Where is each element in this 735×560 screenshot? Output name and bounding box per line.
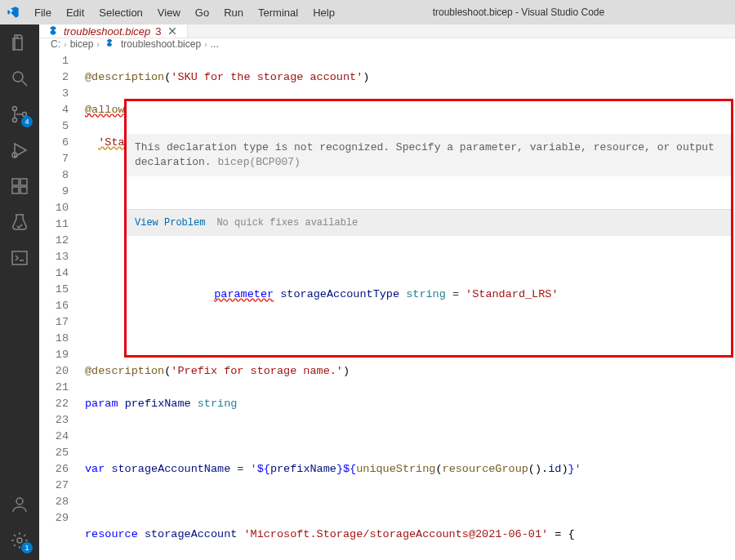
- terminal-panel-icon[interactable]: [8, 247, 31, 269]
- settings-badge: 1: [21, 542, 33, 553]
- editor-area: troubleshoot.bicep 3 C: › bicep › troubl…: [39, 24, 735, 560]
- chevron-right-icon: ›: [96, 39, 100, 49]
- problem-code-line: parameter storageAccountType string = 'S…: [127, 269, 731, 322]
- window-title: troubleshoot.bicep - Visual Studio Code: [309, 7, 728, 18]
- accounts-icon[interactable]: [8, 493, 31, 516]
- menu-selection[interactable]: Selection: [92, 4, 149, 21]
- editor-tabs: troubleshoot.bicep 3: [39, 24, 735, 38]
- close-tab-icon[interactable]: [166, 24, 179, 38]
- svg-rect-9: [20, 187, 27, 193]
- svg-point-2: [13, 107, 17, 111]
- settings-gear-icon[interactable]: 1: [8, 529, 31, 552]
- chevron-right-icon: ›: [204, 39, 207, 49]
- search-icon[interactable]: [8, 67, 31, 90]
- bicep-file-icon: [105, 38, 116, 50]
- menu-file[interactable]: File: [28, 4, 58, 21]
- scm-badge: 4: [21, 116, 33, 127]
- title-bar: File Edit Selection View Go Run Terminal…: [0, 0, 735, 24]
- no-quick-fixes-label: No quick fixes available: [216, 215, 358, 231]
- testing-icon[interactable]: [8, 211, 31, 233]
- svg-rect-6: [12, 179, 19, 185]
- source-control-icon[interactable]: 4: [8, 103, 31, 126]
- tab-problem-count: 3: [155, 25, 161, 38]
- svg-point-3: [13, 118, 17, 122]
- svg-line-1: [22, 81, 27, 86]
- breadcrumbs[interactable]: C: › bicep › troubleshoot.bicep › ...: [39, 38, 735, 50]
- chevron-right-icon: ›: [64, 39, 67, 49]
- line-number-gutter: 1234567891011121314151617181920212223242…: [39, 50, 78, 560]
- breadcrumb-seg[interactable]: ...: [211, 38, 219, 50]
- menu-view[interactable]: View: [151, 4, 187, 21]
- tab-troubleshoot-bicep[interactable]: troubleshoot.bicep 3: [39, 24, 188, 38]
- code-editor[interactable]: 1234567891011121314151617181920212223242…: [39, 50, 735, 560]
- breadcrumb-seg[interactable]: troubleshoot.bicep: [121, 38, 201, 50]
- menu-go[interactable]: Go: [189, 4, 216, 21]
- svg-rect-10: [12, 251, 27, 264]
- view-problem-link[interactable]: View Problem: [135, 215, 205, 231]
- main-menu: File Edit Selection View Go Run Terminal…: [28, 4, 341, 21]
- breadcrumb-seg[interactable]: C:: [51, 38, 60, 50]
- svg-rect-7: [20, 179, 27, 185]
- svg-point-0: [13, 72, 23, 82]
- svg-rect-8: [12, 187, 19, 193]
- activity-bar: 4 1: [0, 24, 39, 560]
- hover-actions: View Problem No quick fixes available: [127, 209, 731, 236]
- svg-point-12: [17, 538, 22, 543]
- tab-filename: troubleshoot.bicep: [64, 25, 150, 38]
- run-debug-icon[interactable]: [8, 139, 31, 162]
- menu-run[interactable]: Run: [217, 4, 250, 21]
- hover-message: This declaration type is not recognized.…: [127, 134, 731, 176]
- menu-terminal[interactable]: Terminal: [252, 4, 305, 21]
- code-content[interactable]: @description('SKU for the storage accoun…: [78, 50, 735, 560]
- breadcrumb-seg[interactable]: bicep: [70, 38, 94, 50]
- problem-hover-widget: This declaration type is not recognized.…: [124, 99, 733, 358]
- svg-point-11: [16, 498, 23, 504]
- vscode-logo-icon: [7, 6, 20, 19]
- explorer-icon[interactable]: [8, 31, 31, 54]
- menu-edit[interactable]: Edit: [60, 4, 91, 21]
- extensions-icon[interactable]: [8, 175, 31, 198]
- bicep-file-icon: [47, 25, 59, 37]
